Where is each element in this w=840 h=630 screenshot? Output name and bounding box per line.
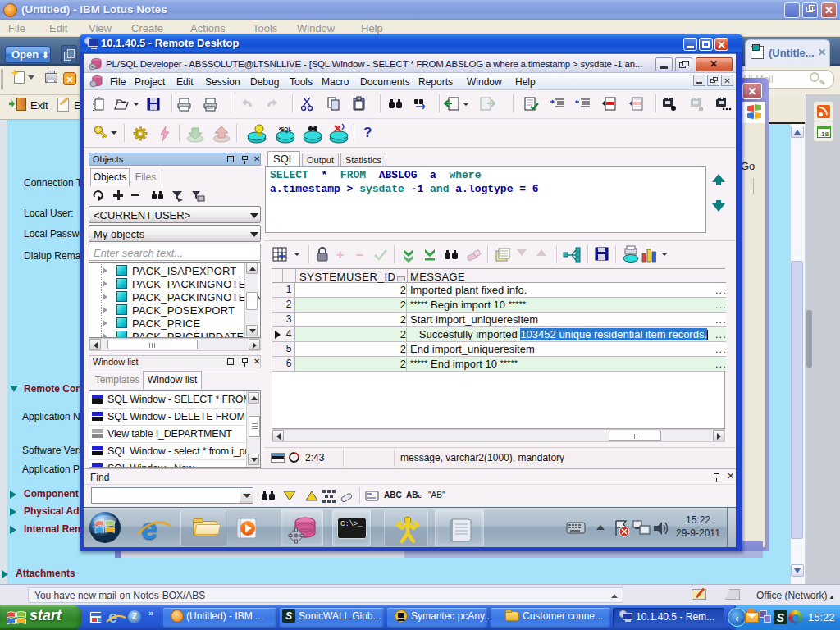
svg-text:SQL: SQL [281, 126, 291, 133]
